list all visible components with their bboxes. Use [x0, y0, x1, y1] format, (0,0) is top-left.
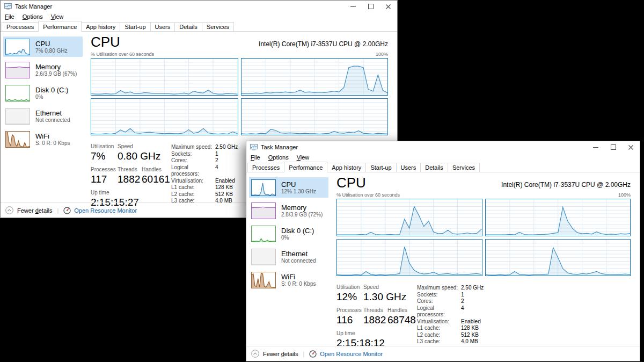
minimize-button[interactable] — [587, 141, 604, 153]
speed-value: 1.30 GHz — [363, 291, 406, 303]
uptime-label: Up time — [91, 190, 139, 196]
handles-value: 60161 — [142, 173, 170, 186]
spec-value: 2 — [215, 157, 218, 164]
panel-title: CPU — [91, 34, 120, 50]
spec-label: Virtualisation: — [417, 318, 461, 325]
performance-sidebar: CPU7% 0.80 GHz Memory2.6/3.9 GB (67%) Di… — [1, 32, 86, 202]
close-icon — [628, 145, 633, 150]
tab-performance[interactable]: Performance — [38, 21, 82, 32]
maximize-button[interactable] — [362, 1, 379, 12]
close-button[interactable] — [379, 1, 397, 12]
sidebar-item-detail: 2.8/3.9 GB (72%) — [281, 212, 323, 218]
graph-meta: % Utilisation over 60 seconds 100% — [91, 52, 388, 57]
tab-start-up[interactable]: Start-up — [120, 22, 150, 31]
tab-bar: Processes Performance App history Start-… — [246, 162, 640, 172]
menu-options[interactable]: Options — [268, 154, 289, 161]
open-resource-monitor-link[interactable]: Open Resource Monitor — [63, 207, 137, 214]
menu-file[interactable]: File — [5, 13, 14, 20]
tab-app-history[interactable]: App history — [81, 22, 120, 31]
spec-value: 128 KB — [215, 184, 233, 191]
menu-view[interactable]: View — [51, 13, 64, 20]
handles-label: Handles — [142, 166, 170, 173]
sidebar-item-disk[interactable]: Disk 0 (C:)0% — [249, 223, 328, 244]
fewer-details-button[interactable]: Fewer details — [5, 206, 52, 214]
tab-bar: Processes Performance App history Start-… — [1, 21, 397, 32]
threads-label: Threads — [118, 166, 142, 173]
cpu-mini-graph — [251, 179, 276, 196]
tab-details[interactable]: Details — [174, 22, 202, 31]
cpu-core-graph-2 — [241, 58, 389, 96]
menu-options[interactable]: Options — [23, 13, 43, 20]
tab-app-history[interactable]: App history — [327, 163, 366, 172]
sidebar-item-disk[interactable]: Disk 0 (C:)0% — [3, 83, 83, 103]
spec-value: 512 KB — [215, 191, 233, 198]
fewer-details-label: Fewer details — [263, 351, 298, 357]
sidebar-item-ethernet[interactable]: EthernetNot connected — [3, 106, 83, 126]
sidebar-item-memory[interactable]: Memory2.6/3.9 GB (67%) — [3, 60, 83, 80]
sidebar-item-cpu[interactable]: CPU12% 1.30 GHz — [249, 177, 328, 198]
spec-value: 1 — [461, 292, 464, 299]
footer-divider: | — [303, 351, 304, 357]
fewer-details-button[interactable]: Fewer details — [251, 350, 298, 358]
tab-processes[interactable]: Processes — [247, 163, 284, 172]
sidebar-item-name: Ethernet — [281, 250, 316, 258]
cpu-panel: CPU Intel(R) Core(TM) i7-3537U CPU @ 2.0… — [332, 172, 640, 346]
sidebar-item-cpu[interactable]: CPU7% 0.80 GHz — [3, 37, 83, 57]
tab-services[interactable]: Services — [202, 22, 234, 31]
cpu-panel-header: CPU Intel(R) Core(TM) i7-3537U CPU @ 2.0… — [336, 175, 631, 191]
sidebar-item-detail: 12% 1.30 GHz — [281, 189, 316, 195]
uptime-label: Up time — [336, 330, 385, 337]
tab-processes[interactable]: Processes — [2, 22, 39, 31]
sidebar-item-name: CPU — [281, 180, 316, 189]
sidebar-item-memory[interactable]: Memory2.8/3.9 GB (72%) — [249, 200, 328, 221]
cpu-panel-header: CPU Intel(R) Core(TM) i7-3537U CPU @ 2.0… — [91, 34, 388, 50]
cpu-device-name: Intel(R) Core(TM) i7-3537U CPU @ 2.00GHz — [259, 40, 388, 50]
close-icon — [386, 4, 391, 9]
graph-axis-label: % Utilisation over 60 seconds — [336, 192, 400, 198]
menu-file[interactable]: File — [251, 154, 260, 161]
open-resource-monitor-link[interactable]: Open Resource Monitor — [309, 350, 383, 358]
spec-label: Maximum speed: — [417, 285, 461, 292]
disk-mini-graph — [251, 226, 276, 242]
sidebar-item-wifi[interactable]: WiFiS: 0 R: 0 Kbps — [3, 129, 83, 149]
spec-label: Sockets: — [417, 292, 461, 299]
spec-label: L1 cache: — [417, 325, 461, 332]
tab-users[interactable]: Users — [396, 163, 421, 172]
sidebar-item-detail: Not connected — [281, 258, 316, 264]
minimize-button[interactable] — [344, 1, 362, 12]
sidebar-item-detail: 2.6/3.9 GB (67%) — [35, 71, 77, 77]
title-bar[interactable]: Task Manager — [246, 141, 640, 153]
spec-label: Virtualisation: — [171, 178, 215, 185]
sidebar-item-detail: S: 0 R: 0 Kbps — [35, 140, 70, 147]
minimize-icon — [593, 147, 598, 148]
title-bar[interactable]: Task Manager — [1, 1, 397, 12]
sidebar-item-ethernet[interactable]: EthernetNot connected — [249, 247, 328, 267]
maximize-icon — [611, 144, 616, 150]
sidebar-item-wifi[interactable]: WiFiS: 0 R: 0 Kbps — [249, 270, 328, 290]
cpu-core-graph-2 — [485, 199, 631, 236]
handles-label: Handles — [387, 307, 416, 314]
menu-view[interactable]: View — [297, 154, 310, 161]
tab-services[interactable]: Services — [448, 163, 480, 172]
spec-label: Maximum speed: — [171, 144, 215, 151]
tab-start-up[interactable]: Start-up — [365, 163, 396, 172]
cpu-spec-list: Maximum speed:2.50 GHz Sockets:1 Cores:2… — [417, 284, 484, 353]
processes-value: 117 — [91, 173, 118, 186]
utilisation-value: 12% — [336, 291, 363, 303]
handles-value: 68748 — [387, 314, 416, 327]
spec-value: 1 — [215, 151, 218, 158]
spec-label: Cores: — [417, 298, 461, 305]
sidebar-item-detail: Not connected — [35, 117, 70, 124]
spec-value: 4 — [461, 305, 464, 318]
disk-mini-graph — [5, 85, 30, 102]
close-button[interactable] — [622, 141, 640, 153]
tab-users[interactable]: Users — [150, 22, 175, 31]
cpu-core-graphs — [336, 199, 631, 276]
tab-details[interactable]: Details — [420, 163, 448, 172]
menu-bar: File Options View — [246, 153, 640, 162]
tab-performance[interactable]: Performance — [284, 162, 327, 172]
threads-value: 1882 — [118, 173, 142, 186]
performance-content: CPU12% 1.30 GHz Memory2.8/3.9 GB (72%) D… — [246, 172, 640, 346]
sidebar-item-name: Disk 0 (C:) — [35, 86, 68, 94]
maximize-button[interactable] — [604, 141, 622, 153]
